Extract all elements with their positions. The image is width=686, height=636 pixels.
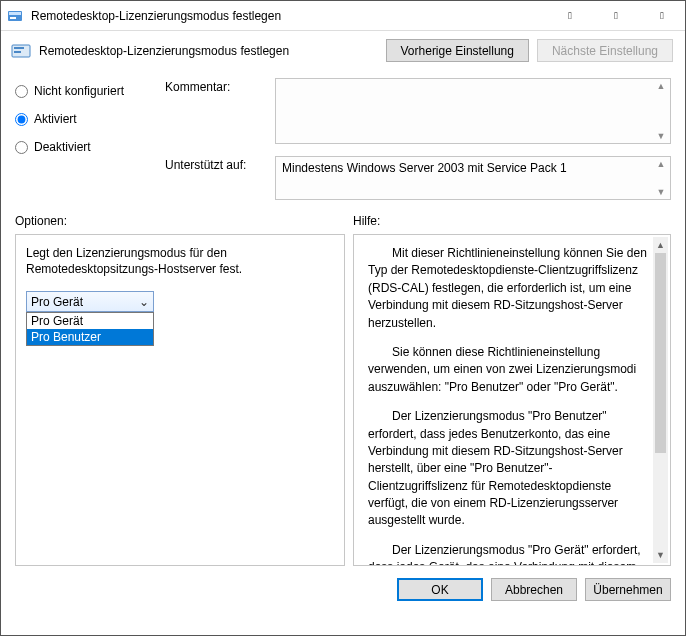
help-text: Mit dieser Richtlinieneinstellung können… bbox=[368, 245, 648, 566]
maximize-button[interactable]:  bbox=[593, 1, 639, 31]
help-paragraph: Der Lizenzierungsmodus "Pro Benutzer" er… bbox=[368, 408, 648, 530]
help-paragraph: Sie können diese Richtlinieneinstellung … bbox=[368, 344, 648, 396]
combo-item-per-user[interactable]: Pro Benutzer bbox=[27, 329, 153, 345]
radio-not-configured-input[interactable] bbox=[15, 85, 28, 98]
radio-disabled[interactable]: Deaktiviert bbox=[15, 140, 165, 154]
help-section-label: Hilfe: bbox=[353, 214, 671, 228]
cancel-button[interactable]: Abbrechen bbox=[491, 578, 577, 601]
previous-setting-button[interactable]: Vorherige Einstellung bbox=[386, 39, 529, 62]
scrollbar-thumb[interactable] bbox=[655, 253, 666, 453]
next-setting-button: Nächste Einstellung bbox=[537, 39, 673, 62]
radio-enabled[interactable]: Aktiviert bbox=[15, 112, 165, 126]
licensing-mode-combo-value: Pro Gerät bbox=[31, 295, 83, 309]
policy-icon bbox=[11, 41, 31, 61]
help-scrollbar[interactable]: ▲ ▼ bbox=[653, 237, 668, 563]
supported-row: Unterstützt auf: Mindestens Windows Serv… bbox=[165, 156, 671, 200]
dialog-button-row: OK Abbrechen Übernehmen bbox=[1, 566, 685, 613]
licensing-mode-combo-wrap: Pro Gerät ⌄ Pro Gerät Pro Benutzer bbox=[26, 291, 154, 312]
svg-rect-5 bbox=[14, 51, 21, 53]
radio-enabled-label: Aktiviert bbox=[34, 112, 77, 126]
scroll-up-icon: ▲ bbox=[654, 159, 668, 169]
chevron-down-icon: ⌄ bbox=[139, 295, 149, 309]
help-paragraph: Mit dieser Richtlinieneinstellung können… bbox=[368, 245, 648, 332]
header-title: Remotedesktop-Lizenzierungsmodus festleg… bbox=[39, 44, 378, 58]
options-panel: Legt den Lizenzierungsmodus für den Remo… bbox=[15, 234, 345, 566]
comment-field[interactable]: ▲▼ bbox=[275, 78, 671, 144]
radio-disabled-label: Deaktiviert bbox=[34, 140, 91, 154]
scroll-down-icon: ▼ bbox=[654, 187, 668, 197]
close-button[interactable]:  bbox=[639, 1, 685, 31]
minimize-button[interactable]:  bbox=[547, 1, 593, 31]
comment-scrollbar[interactable]: ▲▼ bbox=[654, 81, 668, 141]
supported-field: Mindestens Windows Server 2003 mit Servi… bbox=[275, 156, 671, 200]
svg-rect-1 bbox=[9, 12, 21, 15]
licensing-mode-combo[interactable]: Pro Gerät ⌄ bbox=[26, 291, 154, 312]
state-radio-group: Nicht konfiguriert Aktiviert Deaktiviert bbox=[15, 78, 165, 200]
radio-disabled-input[interactable] bbox=[15, 141, 28, 154]
svg-rect-2 bbox=[10, 17, 16, 19]
scroll-down-icon[interactable]: ▼ bbox=[653, 547, 668, 563]
comment-row: Kommentar: ▲▼ bbox=[165, 78, 671, 144]
options-description: Legt den Lizenzierungsmodus für den Remo… bbox=[26, 245, 334, 277]
window-titlebar: Remotedesktop-Lizenzierungsmodus festleg… bbox=[1, 1, 685, 31]
scroll-up-icon[interactable]: ▲ bbox=[654, 81, 668, 91]
help-paragraph: Der Lizenzierungsmodus "Pro Gerät" erfor… bbox=[368, 542, 648, 566]
window-icon bbox=[1, 8, 29, 24]
licensing-mode-combo-list[interactable]: Pro Gerät Pro Benutzer bbox=[26, 312, 154, 346]
options-section-label: Optionen: bbox=[15, 214, 353, 228]
fields-column: Kommentar: ▲▼ Unterstützt auf: Mindesten… bbox=[165, 78, 671, 200]
apply-button[interactable]: Übernehmen bbox=[585, 578, 671, 601]
comment-label: Kommentar: bbox=[165, 78, 265, 144]
panels: Legt den Lizenzierungsmodus für den Remo… bbox=[1, 232, 685, 566]
window-title: Remotedesktop-Lizenzierungsmodus festleg… bbox=[29, 9, 547, 23]
scrollbar-track[interactable] bbox=[653, 453, 668, 547]
radio-enabled-input[interactable] bbox=[15, 113, 28, 126]
state-area: Nicht konfiguriert Aktiviert Deaktiviert… bbox=[1, 74, 685, 208]
combo-item-per-device[interactable]: Pro Gerät bbox=[27, 313, 153, 329]
svg-rect-4 bbox=[14, 47, 24, 49]
header-row: Remotedesktop-Lizenzierungsmodus festleg… bbox=[1, 31, 685, 74]
help-panel: Mit dieser Richtlinieneinstellung können… bbox=[353, 234, 671, 566]
supported-scrollbar: ▲▼ bbox=[654, 159, 668, 197]
supported-value: Mindestens Windows Server 2003 mit Servi… bbox=[282, 161, 567, 175]
scroll-down-icon[interactable]: ▼ bbox=[654, 131, 668, 141]
scroll-up-icon[interactable]: ▲ bbox=[653, 237, 668, 253]
ok-button[interactable]: OK bbox=[397, 578, 483, 601]
radio-not-configured-label: Nicht konfiguriert bbox=[34, 84, 124, 98]
section-labels: Optionen: Hilfe: bbox=[1, 208, 685, 232]
supported-label: Unterstützt auf: bbox=[165, 156, 265, 200]
radio-not-configured[interactable]: Nicht konfiguriert bbox=[15, 84, 165, 98]
